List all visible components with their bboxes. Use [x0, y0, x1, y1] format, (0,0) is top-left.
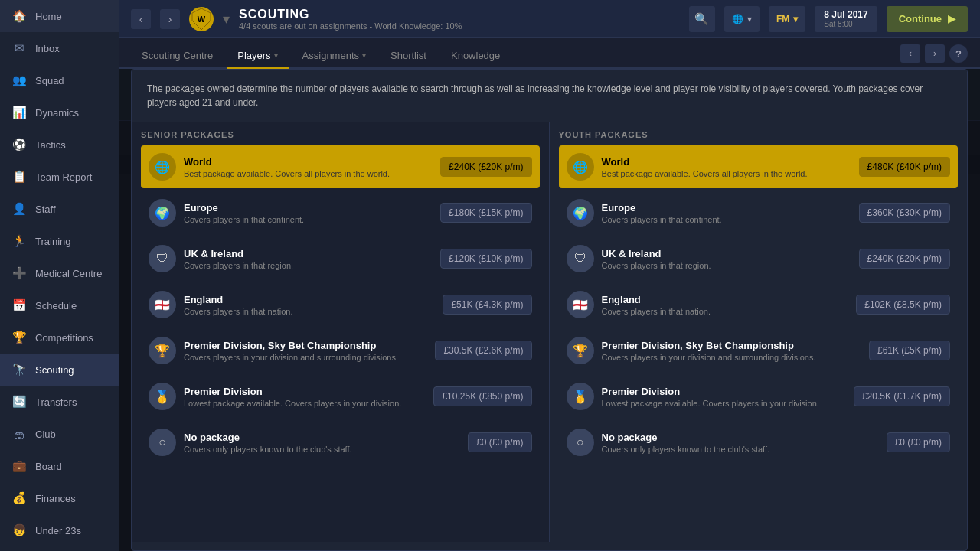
pkg-row-desc: Lowest package available. Covers players…: [602, 399, 846, 408]
pkg-price-button[interactable]: £10.25K (£850 p/m): [433, 386, 531, 406]
fm-menu-button[interactable]: FM ▾: [769, 6, 805, 32]
nav-right-btn[interactable]: ›: [925, 44, 945, 63]
sidebar-item-schedule[interactable]: 📅 Schedule: [0, 289, 119, 321]
pkg-row-icon: 🏆: [567, 337, 594, 364]
inbox-icon: ✉: [11, 40, 28, 57]
sidebar-item-squad[interactable]: 👥 Squad: [0, 64, 119, 96]
pkg-price-button[interactable]: £480K (£40K p/m): [859, 157, 950, 177]
pkg-row-icon: 🌍: [149, 199, 176, 227]
sidebar-item-transfers[interactable]: 🔄 Transfers: [0, 386, 119, 418]
pkg-row-icon: ○: [567, 429, 594, 456]
pkg-row-icon: 🏆: [149, 337, 176, 364]
pkg-row-name: England: [184, 294, 435, 305]
pkg-price-button[interactable]: £30.5K (£2.6K p/m): [435, 341, 531, 360]
tab-assignments[interactable]: Assignments ▾: [292, 44, 377, 69]
pkg-row-name: UK & Ireland: [184, 248, 433, 259]
sidebar-item-under-18s[interactable]: 🧒 Under 18s: [0, 546, 119, 551]
sidebar-item-label: Team Report: [35, 171, 92, 183]
sidebar-item-label: Inbox: [35, 43, 60, 54]
pkg-price-button[interactable]: £0 (£0 p/m): [468, 432, 531, 452]
pkg-price-button[interactable]: £51K (£4.3K p/m): [443, 295, 531, 315]
senior-package-row-europe[interactable]: 🌍 Europe Covers players in that continen…: [141, 191, 540, 234]
pkg-row-name: Premier Division, Sky Bet Championship: [184, 340, 427, 351]
club-icon: 🏟: [11, 425, 28, 442]
sidebar-item-scouting[interactable]: 🔭 Scouting: [0, 354, 119, 386]
pkg-row-info: Europe Covers players in that continent.: [184, 202, 433, 224]
squad-icon: 👥: [11, 72, 28, 89]
youth-package-row-world-y[interactable]: 🌐 World Best package available. Covers a…: [559, 145, 959, 188]
sidebar-item-finances[interactable]: 💰 Finances: [0, 482, 119, 514]
page-subtitle: 4/4 scouts are out on assignments - Worl…: [239, 21, 462, 31]
date-main: 8 Jul 2017: [824, 9, 867, 20]
tab-label: Scouting Centre: [142, 50, 213, 61]
sidebar-item-label: Staff: [35, 204, 56, 215]
tab-knowledge[interactable]: Knowledge: [440, 44, 511, 69]
pkg-price-button[interactable]: £0 (£0 p/m): [887, 432, 950, 452]
nav-back-button[interactable]: ‹: [131, 9, 151, 29]
pkg-price-button[interactable]: £61K (£5K p/m): [869, 341, 950, 360]
senior-package-row-premier-div-sky[interactable]: 🏆 Premier Division, Sky Bet Championship…: [141, 329, 540, 372]
pkg-row-icon: 🌐: [149, 153, 176, 181]
tab-shortlist[interactable]: Shortlist: [380, 44, 437, 69]
pkg-price-button[interactable]: £120K (£10K p/m): [440, 249, 531, 269]
search-button[interactable]: 🔍: [689, 6, 715, 32]
tab-label: Knowledge: [451, 50, 500, 61]
youth-package-row-premier-div-y[interactable]: 🥇 Premier Division Lowest package availa…: [559, 375, 959, 418]
sidebar-item-club[interactable]: 🏟 Club: [0, 418, 119, 450]
competitions-icon: 🏆: [11, 329, 28, 346]
pkg-row-info: World Best package available. Covers all…: [602, 156, 851, 178]
sidebar-item-label: Board: [35, 461, 62, 472]
continue-button[interactable]: Continue ▶: [887, 6, 968, 32]
continue-icon: ▶: [948, 13, 956, 24]
tab-label: Players: [237, 50, 270, 61]
pkg-price-button[interactable]: £240K (£20K p/m): [859, 249, 950, 269]
youth-package-row-uk-ireland-y[interactable]: 🛡 UK & Ireland Covers players in that re…: [559, 237, 959, 280]
navtabs: Scouting Centre Players ▾ Assignments ▾ …: [119, 38, 980, 69]
sidebar-item-dynamics[interactable]: 📊 Dynamics: [0, 96, 119, 129]
help-button[interactable]: ?: [949, 44, 968, 63]
pkg-row-icon: 🛡: [149, 245, 176, 272]
nav-left-btn[interactable]: ‹: [900, 44, 920, 63]
topbar: ‹ › W ▾ SCOUTING 4/4 scouts are out on a…: [119, 0, 980, 38]
under23-icon: 👦: [11, 522, 28, 539]
sidebar-item-medical-centre[interactable]: ➕ Medical Centre: [0, 257, 119, 289]
transfers-icon: 🔄: [11, 393, 28, 410]
youth-package-row-europe-y[interactable]: 🌍 Europe Covers players in that continen…: [559, 191, 959, 234]
sidebar-item-label: Medical Centre: [35, 268, 102, 279]
pkg-row-info: Premier Division, Sky Bet Championship C…: [602, 340, 861, 362]
sidebar-item-inbox[interactable]: ✉ Inbox: [0, 32, 119, 64]
sidebar-item-home[interactable]: 🏠 Home: [0, 0, 119, 32]
pkg-price-button[interactable]: £102K (£8.5K p/m): [856, 295, 950, 315]
pkg-row-name: Premier Division: [184, 386, 426, 397]
sidebar-item-label: Club: [35, 429, 56, 440]
youth-package-row-no-package-y[interactable]: ○ No package Covers only players known t…: [559, 421, 959, 464]
nav-forward-button[interactable]: ›: [160, 9, 180, 29]
tab-players[interactable]: Players ▾: [227, 44, 288, 69]
youth-package-row-premier-div-sky-y[interactable]: 🏆 Premier Division, Sky Bet Championship…: [559, 329, 959, 372]
pkg-price-button[interactable]: £180K (£15K p/m): [440, 203, 531, 223]
sidebar: 🏠 Home ✉ Inbox 👥 Squad 📊 Dynamics ⚽ Tact…: [0, 0, 119, 551]
sidebar-item-tactics[interactable]: ⚽ Tactics: [0, 129, 119, 161]
senior-packages-list: 🌐 World Best package available. Covers a…: [141, 145, 540, 464]
team-dropdown-button[interactable]: ▾: [223, 11, 230, 28]
finances-icon: 💰: [11, 490, 28, 507]
pkg-price-button[interactable]: £20.5K (£1.7K p/m): [854, 386, 950, 406]
sidebar-item-board[interactable]: 💼 Board: [0, 450, 119, 482]
senior-package-row-england[interactable]: 🏴󠁧󠁢󠁥󠁮󠁧󠁿 England Covers players in that n…: [141, 283, 540, 326]
senior-package-row-uk-ireland[interactable]: 🛡 UK & Ireland Covers players in that re…: [141, 237, 540, 280]
sidebar-item-staff[interactable]: 👤 Staff: [0, 193, 119, 225]
sidebar-item-team-report[interactable]: 📋 Team Report: [0, 161, 119, 193]
tab-scouting-centre[interactable]: Scouting Centre: [131, 44, 224, 69]
senior-package-row-world[interactable]: 🌐 World Best package available. Covers a…: [141, 145, 540, 188]
senior-package-row-premier-div[interactable]: 🥇 Premier Division Lowest package availa…: [141, 375, 540, 418]
sidebar-item-training[interactable]: 🏃 Training: [0, 225, 119, 257]
sidebar-item-competitions[interactable]: 🏆 Competitions: [0, 321, 119, 354]
sidebar-item-under-23s[interactable]: 👦 Under 23s: [0, 514, 119, 546]
senior-package-row-no-package[interactable]: ○ No package Covers only players known t…: [141, 421, 540, 464]
sidebar-item-label: Dynamics: [35, 107, 79, 119]
pkg-row-desc: Covers only players known to the club's …: [602, 445, 879, 454]
language-button[interactable]: 🌐 ▾: [724, 6, 760, 32]
pkg-price-button[interactable]: £240K (£20K p/m): [440, 157, 531, 177]
pkg-price-button[interactable]: £360K (£30K p/m): [859, 203, 950, 223]
youth-package-row-england-y[interactable]: 🏴󠁧󠁢󠁥󠁮󠁧󠁿 England Covers players in that n…: [559, 283, 959, 326]
